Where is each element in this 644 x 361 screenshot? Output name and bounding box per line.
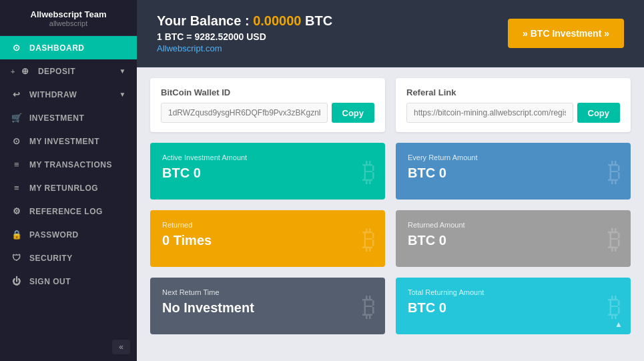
sidebar-item-label: MY TRANSACTIONS: [29, 160, 112, 169]
referral-input[interactable]: [406, 103, 573, 123]
exchange-rate: 1 BTC = 9282.52000 USD: [157, 31, 332, 42]
chevron-down-icon: ▼: [119, 91, 126, 98]
sidebar-item-deposit[interactable]: + ⊕ DEPOSIT ▼: [0, 59, 137, 83]
sidebar-item-label: DASHBOARD: [29, 43, 85, 53]
withdraw-icon: ↩: [11, 89, 23, 99]
every-return-card: Every Return Amount BTC 0 ₿: [396, 143, 631, 200]
active-investment-label: Active Investment Amount: [162, 153, 373, 161]
input-row: BitCoin Wallet ID Copy Referal Link Copy: [150, 78, 631, 132]
sidebar-item-label: SECURITY: [29, 254, 73, 263]
wallet-copy-button[interactable]: Copy: [332, 103, 375, 123]
sidebar-item-withdraw[interactable]: ↩ WITHDRAW ▼: [0, 83, 137, 106]
sidebar-item-label: REFERENCE LOG: [29, 207, 103, 216]
lock-icon: 🔒: [11, 230, 23, 240]
balance-unit: BTC: [301, 13, 332, 28]
investment-icon: 🛒: [11, 113, 23, 123]
brand-header: Allwebscript Team allwebscript: [0, 0, 137, 36]
btc-icon-3: ₿: [362, 224, 376, 254]
sidebar-nav: ⊙ DASHBOARD + ⊕ DEPOSIT ▼ ↩ WITHDRAW ▼ 🛒…: [0, 36, 137, 333]
sidebar-item-label: MY RETUNRLOG: [29, 184, 98, 193]
next-return-label: Next Return Time: [162, 288, 373, 296]
returned-card: Returned 0 Times ₿: [150, 210, 385, 267]
next-return-card: Next Return Time No Investment ₿: [150, 278, 385, 334]
every-return-label: Every Return Amount: [408, 153, 619, 161]
sidebar-item-label: SIGN OUT: [29, 277, 71, 286]
sidebar-item-dashboard[interactable]: ⊙ DASHBOARD: [0, 36, 137, 59]
dashboard-icon: ⊙: [11, 43, 23, 53]
wallet-title: BitCoin Wallet ID: [161, 87, 374, 97]
stats-row-3: Next Return Time No Investment ₿ Total R…: [150, 278, 631, 334]
sidebar: Allwebscript Team allwebscript ⊙ DASHBOA…: [0, 0, 137, 361]
wallet-input[interactable]: [161, 103, 328, 123]
collapse-button[interactable]: «: [112, 340, 130, 354]
btc-icon-6: ₿: [608, 291, 621, 321]
total-returning-label: Total Returning Amount: [408, 288, 619, 296]
brand-sub: allwebscript: [11, 19, 126, 27]
sidebar-item-label: INVESTMENT: [29, 113, 84, 123]
transactions-icon: ≡: [11, 159, 23, 169]
stats-row-2: Returned 0 Times ₿ Returned Amount BTC 0…: [150, 210, 631, 267]
sidebar-item-label: WITHDRAW: [29, 90, 77, 99]
sidebar-item-label: MY INVESTMENT: [29, 137, 99, 146]
active-investment-value: BTC 0: [162, 165, 373, 181]
returned-value: 0 Times: [162, 233, 373, 248]
returned-label: Returned: [162, 221, 373, 229]
main-content: Your Balance : 0.00000 BTC 1 BTC = 9282.…: [137, 0, 644, 361]
stats-row-1: Active Investment Amount BTC 0 ₿ Every R…: [150, 143, 631, 200]
plus-icon: +: [11, 67, 15, 75]
wallet-card: BitCoin Wallet ID Copy: [150, 78, 385, 132]
returnlog-icon: ≡: [11, 183, 23, 193]
sidebar-item-my-investment[interactable]: ⊙ MY INVESTMENT: [0, 129, 137, 153]
wallet-input-group: Copy: [161, 103, 374, 123]
sidebar-item-label: DEPOSIT: [38, 67, 75, 76]
referral-input-group: Copy: [406, 103, 620, 123]
signout-icon: ⏻: [11, 276, 23, 286]
cards-section: BitCoin Wallet ID Copy Referal Link Copy…: [137, 67, 644, 361]
chevron-up-icon: ▲: [615, 320, 623, 329]
next-return-value: No Investment: [162, 300, 373, 316]
referral-card: Referal Link Copy: [396, 78, 631, 132]
sidebar-item-security[interactable]: 🛡 SECURITY: [0, 246, 137, 270]
balance-prefix: Your Balance :: [157, 13, 253, 28]
active-investment-card: Active Investment Amount BTC 0 ₿: [150, 143, 385, 200]
header: Your Balance : 0.00000 BTC 1 BTC = 9282.…: [137, 0, 644, 67]
btc-icon-5: ₿: [362, 291, 376, 321]
sidebar-item-reference-log[interactable]: ⚙ REFERENCE LOG: [0, 200, 137, 223]
balance-info: Your Balance : 0.00000 BTC 1 BTC = 9282.…: [157, 13, 332, 53]
every-return-value: BTC 0: [408, 165, 619, 181]
balance-line: Your Balance : 0.00000 BTC: [157, 13, 332, 29]
referral-copy-button[interactable]: Copy: [577, 103, 621, 123]
btc-icon-2: ₿: [608, 156, 621, 186]
sidebar-item-password[interactable]: 🔒 PASSWORD: [0, 223, 137, 246]
sidebar-collapse-area: «: [0, 333, 137, 361]
site-link[interactable]: Allwebscript.com: [157, 43, 332, 53]
referral-title: Referal Link: [406, 87, 620, 97]
sidebar-item-investment[interactable]: 🛒 INVESTMENT: [0, 106, 137, 129]
returned-amount-card: Returned Amount BTC 0 ₿: [396, 210, 631, 267]
returned-amount-label: Returned Amount: [408, 221, 619, 229]
deposit-icon: ⊕: [19, 66, 31, 76]
sidebar-item-label: PASSWORD: [29, 230, 79, 240]
btc-icon-4: ₿: [608, 224, 621, 254]
shield-icon: 🛡: [11, 253, 23, 263]
sidebar-item-my-returnlog[interactable]: ≡ MY RETUNRLOG: [0, 176, 137, 200]
total-returning-value: BTC 0: [408, 300, 619, 316]
brand-name: Allwebscript Team: [11, 9, 126, 19]
total-returning-card: Total Returning Amount BTC 0 ₿ ▲: [396, 278, 631, 334]
returned-amount-value: BTC 0: [408, 233, 619, 248]
btc-icon-1: ₿: [362, 156, 376, 186]
reference-icon: ⚙: [11, 206, 23, 216]
my-investment-icon: ⊙: [11, 136, 23, 146]
sidebar-item-sign-out[interactable]: ⏻ SIGN OUT: [0, 270, 137, 293]
sidebar-item-my-transactions[interactable]: ≡ MY TRANSACTIONS: [0, 153, 137, 176]
chevron-down-icon: ▼: [119, 67, 126, 75]
btc-invest-button[interactable]: » BTC Investment »: [508, 19, 624, 48]
balance-amount: 0.00000: [253, 13, 301, 28]
